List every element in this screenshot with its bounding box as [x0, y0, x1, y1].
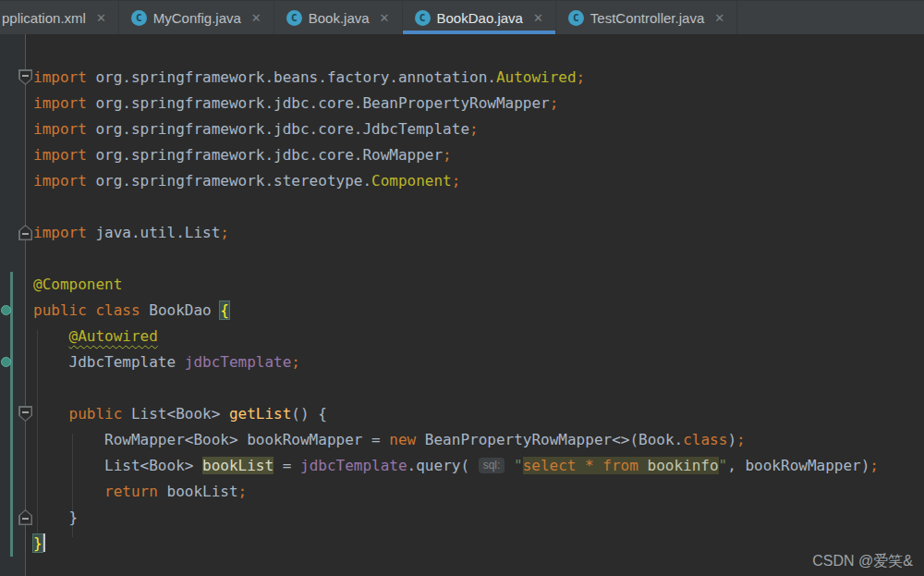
class-icon: C: [568, 10, 584, 26]
code-line: }: [33, 505, 924, 531]
code-line: import org.springframework.jdbc.core.Bea…: [33, 91, 924, 116]
close-icon[interactable]: ✕: [714, 11, 724, 25]
code-segment: java.util.List: [87, 224, 221, 241]
close-icon[interactable]: ✕: [380, 11, 390, 25]
code-line: import org.springframework.stereotype.Co…: [33, 168, 924, 194]
code-segment: org.springframework.jdbc.core.RowMapper: [87, 146, 443, 164]
code-line: JdbcTemplate jdbcTemplate;: [33, 349, 924, 375]
code-segment: import: [33, 224, 87, 241]
tab-label: BookDao.java: [437, 10, 523, 26]
code-segment: [505, 457, 514, 474]
code-segment: public: [69, 405, 123, 423]
code-segment: import: [33, 146, 87, 164]
code-line: import org.springframework.beans.factory…: [33, 65, 924, 91]
code-line: [33, 194, 924, 220]
close-icon[interactable]: ✕: [533, 11, 543, 25]
code-segment: bookList: [202, 457, 274, 474]
code-segment: [33, 405, 69, 423]
code-segment: ;: [452, 172, 461, 190]
class-icon: C: [131, 10, 147, 26]
code-line: [33, 246, 924, 272]
tab-bookdao-java[interactable]: C BookDao.java ✕: [403, 1, 556, 34]
code-segment: [87, 301, 96, 319]
code-segment: , bookRowMapper): [727, 457, 869, 474]
code-segment: }: [33, 534, 43, 552]
code-segment: ;: [577, 68, 586, 86]
code-segment: Component: [371, 172, 452, 190]
code-segment: {: [220, 301, 229, 319]
code-segment: BookDao: [140, 301, 221, 319]
code-line: }: [33, 531, 924, 557]
code-line: public List<Book> getList() {: [33, 401, 924, 427]
code-segment: ): [727, 431, 736, 448]
code-segment: Autowired: [496, 68, 577, 86]
code-segment: org.springframework.beans.factory.annota…: [87, 68, 496, 86]
code-segment: org.springframework.jdbc.core.JdbcTempla…: [87, 120, 469, 138]
code-segment: RowMapper<Book> bookRowMapper =: [33, 431, 389, 448]
code-segment: jdbcTemplate: [300, 457, 407, 474]
close-icon[interactable]: ✕: [96, 11, 106, 25]
code-segment: import: [33, 94, 87, 112]
code-segment: org.springframework.jdbc.core.BeanProper…: [87, 94, 550, 112]
code-line: RowMapper<Book> bookRowMapper = new Bean…: [33, 427, 924, 453]
tab-label: MyConfig.java: [153, 10, 241, 26]
code-segment: ": [719, 457, 728, 474]
text-caret: [43, 533, 45, 552]
code-line: public class BookDao {: [33, 298, 924, 324]
code-segment: @Autowired: [69, 327, 158, 345]
code-segment: =: [274, 457, 300, 474]
class-icon: C: [415, 10, 431, 26]
sql-inlay-hint: sql:: [479, 458, 505, 473]
tab-testcontroller-java[interactable]: C TestController.java ✕: [556, 1, 737, 34]
code-segment: List<Book>: [122, 405, 229, 423]
code-line: List<Book> bookList = jdbcTemplate.query…: [33, 453, 924, 479]
code-segment: ;: [443, 146, 452, 164]
code-segment: jdbcTemplate: [185, 353, 292, 371]
code-segment: ;: [736, 431, 746, 448]
code-line: import org.springframework.jdbc.core.Row…: [33, 142, 924, 168]
code-segment: List<Book>: [33, 457, 202, 474]
code-segment: JdbcTemplate: [33, 353, 185, 371]
code-segment: [33, 327, 69, 345]
code-segment: ": [514, 457, 523, 474]
code-segment: new: [389, 431, 416, 448]
code-segment: ;: [291, 353, 300, 371]
code-line: import org.springframework.jdbc.core.Jdb…: [33, 116, 924, 142]
code-editor[interactable]: import org.springframework.beans.factory…: [0, 34, 924, 576]
code-segment: org.springframework.stereotype.: [87, 172, 371, 190]
code-segment: bookinfo: [638, 457, 719, 474]
code-segment: .query(: [407, 457, 479, 474]
code-line: import java.util.List;: [33, 220, 924, 246]
close-icon[interactable]: ✕: [251, 11, 261, 25]
code-segment: public: [33, 301, 87, 319]
code-segment: ;: [550, 94, 559, 112]
code-line: [33, 375, 924, 401]
watermark: CSDN @爱笑&: [812, 552, 913, 571]
code-line: @Component: [33, 272, 924, 298]
code-segment: () {: [291, 405, 327, 423]
code-segment: class: [95, 301, 140, 319]
editor-tab-bar: pplication.xml ✕ C MyConfig.java ✕ C Boo…: [0, 0, 924, 34]
code-segment: ;: [220, 224, 229, 241]
code-segment: ;: [869, 457, 879, 474]
tab-myconfig-java[interactable]: C MyConfig.java ✕: [119, 1, 274, 34]
tab-application-xml[interactable]: pplication.xml ✕: [0, 1, 119, 34]
code-segment: bookList: [158, 483, 238, 500]
code-segment: [33, 483, 104, 500]
tab-label: TestController.java: [590, 10, 704, 26]
code-segment: @Component: [33, 276, 122, 293]
class-icon: C: [286, 10, 302, 26]
code-segment: class: [683, 431, 727, 448]
code-segment: getList: [229, 405, 291, 423]
tab-label: pplication.xml: [2, 10, 86, 26]
code-segment: ;: [238, 483, 248, 500]
code-segment: return: [104, 483, 158, 500]
code-line: return bookList;: [33, 479, 924, 505]
code-segment: import: [33, 68, 87, 86]
code-lines: import org.springframework.beans.factory…: [0, 34, 924, 576]
code-segment: select * from: [523, 457, 638, 474]
code-segment: import: [33, 172, 87, 190]
tab-book-java[interactable]: C Book.java ✕: [274, 1, 403, 34]
code-segment: import: [33, 120, 87, 138]
code-segment: }: [33, 509, 78, 526]
